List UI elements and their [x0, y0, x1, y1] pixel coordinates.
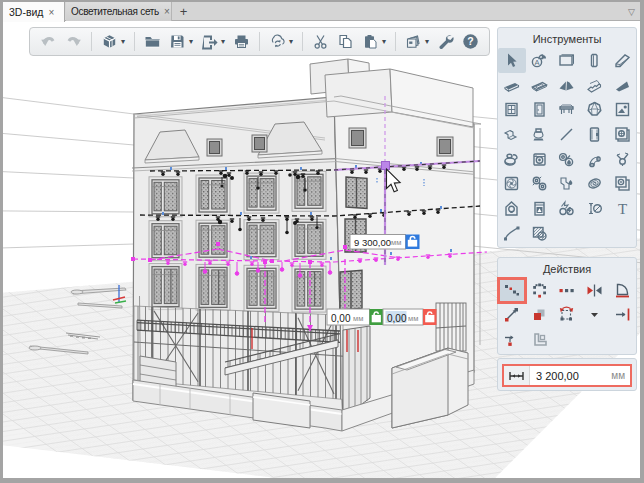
- svg-text:мм: мм: [408, 314, 418, 323]
- svg-text:?: ?: [467, 35, 473, 47]
- svg-text:T: T: [618, 201, 627, 217]
- svg-text:мм: мм: [353, 314, 363, 323]
- svg-text:0,00: 0,00: [387, 313, 407, 324]
- svg-text:0,00: 0,00: [331, 313, 351, 324]
- svg-text:мм: мм: [391, 238, 401, 247]
- svg-text:A: A: [534, 58, 539, 67]
- svg-text:9 300,00: 9 300,00: [354, 237, 391, 248]
